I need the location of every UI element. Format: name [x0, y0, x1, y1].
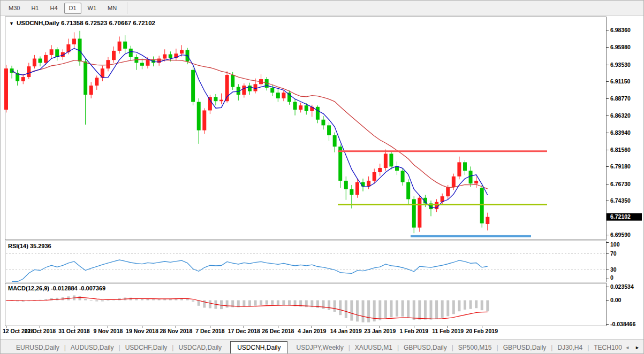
timeframe-button-m30[interactable]: M30 [4, 3, 25, 14]
macd-bar [413, 301, 415, 320]
macd-bar [328, 301, 330, 310]
rsi-axis-label: 30 [610, 266, 617, 273]
current-price-text: 6.72102 [610, 213, 631, 220]
price-axis-label: 6.81560 [610, 147, 631, 153]
price-axis-label: 6.79180 [610, 163, 631, 170]
timeframe-button-h4[interactable]: H4 [45, 3, 62, 14]
macd-bar [469, 301, 472, 309]
macd-bar [282, 301, 285, 305]
tab-xauusd-m1[interactable]: XAUUSD,M1 [350, 341, 397, 354]
rsi-label: RSI(14) 35.2936 [8, 243, 51, 249]
macd-bar [147, 299, 149, 301]
macd-axis-label: 0.00 [610, 297, 622, 303]
timeframe-toolbar: M30H1H4D1W1MN [1, 1, 643, 16]
macd-bar [339, 301, 342, 315]
date-axis-label: 20 Feb 2019 [466, 328, 498, 334]
price-axis-label: 6.93530 [610, 61, 631, 68]
date-axis-label: 17 Dec 2018 [228, 328, 260, 334]
tab-usdcnh-daily[interactable]: USDCNH,Daily [230, 341, 287, 354]
tab-gbpusd-daily[interactable]: GBPUSD,Daily [498, 341, 551, 354]
tab-usdcad-daily[interactable]: USDCAD,Daily [173, 341, 226, 354]
tab-eurusd-daily[interactable]: EURUSD,Daily [11, 341, 64, 354]
macd-bar [203, 301, 206, 308]
tab-scroll-left-icon[interactable]: ◄ [625, 345, 630, 350]
macd-bar [243, 301, 245, 307]
macd-bar [254, 301, 257, 306]
macd-bar [266, 301, 268, 305]
price-axis-label: 6.95980 [610, 44, 631, 50]
chart-title: USDCNH,Daily 6.71358 6.72523 6.70667 6.7… [17, 20, 155, 26]
tab-dj30-h4[interactable]: DJ30,H4 [552, 341, 587, 354]
timeframe-button-d1[interactable]: D1 [64, 3, 81, 14]
macd-bar [407, 301, 410, 318]
macd-bar [396, 301, 398, 317]
macd-bar [435, 301, 438, 319]
date-axis-label: 7 Dec 2018 [195, 328, 224, 334]
macd-bar [152, 299, 155, 300]
macd-bar [418, 301, 421, 320]
macd-bar [345, 301, 347, 318]
macd-bar [362, 301, 365, 322]
date-axis-label: 4 Jan 2019 [298, 328, 326, 334]
date-axis-label: 22 Oct 2018 [25, 328, 56, 334]
tab-scroll-arrows: ◄ ► [622, 341, 643, 354]
macd-bar [95, 301, 98, 302]
macd-bar [260, 301, 262, 305]
macd-axis-label: -0.038466 [610, 321, 635, 327]
date-axis-label: 11 Feb 2019 [432, 328, 464, 334]
chart-dropdown-icon[interactable]: ▼ [9, 21, 14, 26]
macd-bar [367, 301, 370, 322]
timeframe-buttons: M30H1H4D1W1MN [4, 3, 123, 14]
macd-bar [334, 301, 336, 312]
timeframe-button-h1[interactable]: H1 [26, 3, 43, 14]
macd-bar [192, 301, 194, 302]
macd-axis-label: 0.023534 [610, 283, 634, 290]
symbol-tabbar: EURUSD,Daily|AUDUSD,Daily|USDCHF,Daily|U… [1, 340, 643, 354]
price-axis-label: 6.74350 [610, 197, 631, 204]
macd-bar [458, 301, 460, 312]
symbol-tabs: EURUSD,Daily|AUDUSD,Daily|USDCHF,Daily|U… [11, 341, 633, 354]
macd-bar [277, 301, 279, 305]
tab-sp500-m15[interactable]: SP500,M15 [453, 341, 497, 354]
tab-audusd-daily[interactable]: AUDUSD,Daily [66, 341, 119, 354]
macd-bar [356, 301, 359, 322]
rsi-axis-label: 0 [610, 274, 613, 281]
date-axis-label: 31 Oct 2018 [58, 328, 90, 334]
macd-bar [107, 301, 109, 301]
date-axis-label: 26 Dec 2018 [262, 328, 294, 334]
chart-canvas: 6.983606.959806.935306.911506.887706.863… [1, 16, 644, 340]
tab-gbpusd-daily[interactable]: GBPUSD,Daily [399, 341, 452, 354]
macd-bar [464, 301, 466, 310]
tab-usdjpy-weekly[interactable]: USDJPY,Weekly [291, 341, 348, 354]
price-axis-label: 6.76730 [610, 181, 631, 187]
tab-scroll-right-icon[interactable]: ► [635, 345, 640, 350]
macd-bar [475, 301, 478, 309]
rsi-axis-label: 100 [610, 241, 620, 248]
macd-bar [226, 301, 229, 308]
date-axis-label: 9 Nov 2018 [94, 328, 123, 334]
macd-bar [481, 301, 483, 311]
price-axis-label: 6.69590 [610, 232, 631, 238]
macd-bar [158, 299, 161, 300]
macd-bar [446, 301, 449, 317]
timeframe-button-w1[interactable]: W1 [83, 3, 102, 14]
macd-bar [378, 301, 381, 320]
macd-bar [248, 301, 251, 307]
macd-bar [350, 301, 353, 321]
date-axis-label: 1 Feb 2019 [399, 328, 428, 334]
price-axis-label: 6.91150 [610, 78, 631, 84]
macd-bar [384, 301, 387, 319]
macd-bar [322, 301, 324, 309]
macd-bar [486, 301, 489, 312]
price-axis-label: 6.86320 [610, 112, 631, 119]
price-axis-label: 6.98360 [610, 27, 631, 33]
macd-bar [271, 301, 274, 305]
tab-usdchf-daily[interactable]: USDCHF,Daily [120, 341, 172, 354]
timeframe-button-mn[interactable]: MN [103, 3, 122, 14]
date-axis-label: 14 Jan 2019 [330, 328, 362, 334]
date-axis-label: 28 Nov 2018 [160, 328, 193, 334]
macd-bar [90, 301, 93, 301]
macd-bar [209, 301, 211, 309]
macd-label: MACD(12,26,9) -0.012884 -0.007369 [8, 285, 105, 291]
rsi-axis-label: 70 [610, 250, 617, 257]
